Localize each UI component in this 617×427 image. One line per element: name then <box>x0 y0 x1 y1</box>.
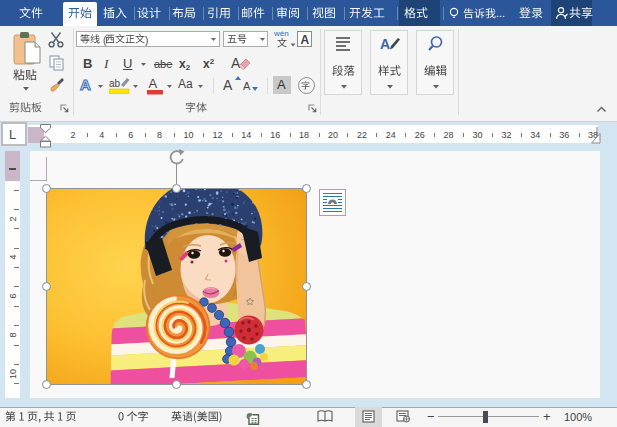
svg-text:A: A <box>243 80 251 92</box>
svg-text:A: A <box>149 76 158 91</box>
svg-text:A: A <box>380 36 390 52</box>
svg-text:A: A <box>223 77 233 93</box>
svg-text:A: A <box>231 55 241 71</box>
svg-text:ab: ab <box>109 78 121 89</box>
svg-text:A: A <box>80 76 91 93</box>
